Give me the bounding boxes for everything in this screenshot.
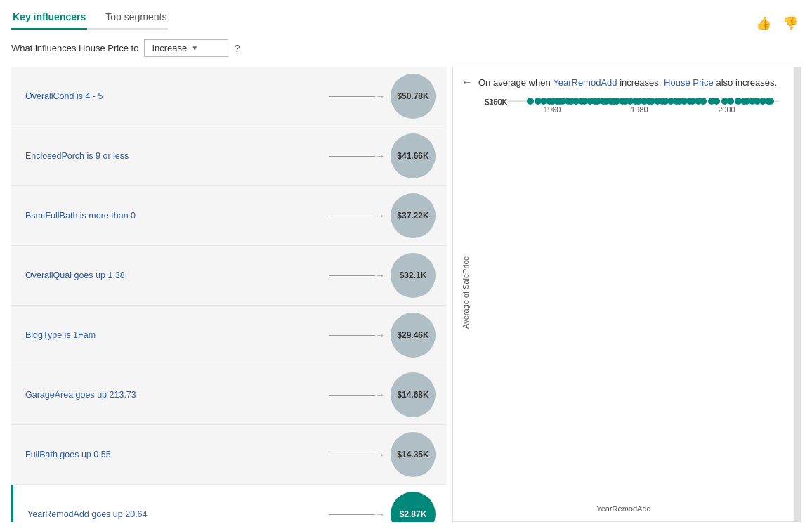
chart-title: On average when YearRemodAdd increases, … xyxy=(478,77,777,88)
arrow-line: → xyxy=(329,210,385,221)
arrowhead-icon: → xyxy=(375,150,385,162)
influencer-item-5[interactable]: BldgType is 1Fam → $29.46K xyxy=(11,306,447,365)
arrow-line: → xyxy=(329,91,385,102)
arrow-line: → xyxy=(329,509,385,520)
dropdown-value: Increase xyxy=(152,43,187,53)
influencer-item-6[interactable]: GarageArea goes up 213.73 → $14.68K xyxy=(11,365,447,425)
arrowhead-icon: → xyxy=(375,509,385,520)
arrowhead-icon: → xyxy=(375,449,385,460)
influencer-bubble: $50.78K xyxy=(391,74,436,119)
arrow-line: → xyxy=(329,270,385,281)
scrollbar[interactable] xyxy=(795,67,801,522)
influencer-label: YearRemodAdd goes up 20.64 xyxy=(27,509,323,519)
influencer-item-8[interactable]: YearRemodAdd goes up 20.64 → $2.87K xyxy=(11,485,447,522)
arrowhead-icon: → xyxy=(375,329,385,341)
arrow-line: → xyxy=(329,449,385,460)
influencer-bubble: $29.46K xyxy=(391,313,436,358)
back-arrow-icon[interactable]: ← xyxy=(461,76,473,89)
tab-icons: 👍 👎 xyxy=(753,14,801,32)
scatter-area: Average of SalePrice $300K$250K$200K$150… xyxy=(461,94,786,490)
arrow-line: → xyxy=(329,150,385,162)
arrowhead-icon: → xyxy=(375,210,385,221)
arrowhead-icon: → xyxy=(375,389,385,400)
influencer-bubble: $14.68K xyxy=(391,372,436,417)
thumbs-down-button[interactable]: 👎 xyxy=(780,14,801,32)
chart-header: ← On average when YearRemodAdd increases… xyxy=(461,76,786,89)
influencer-item-2[interactable]: EnclosedPorch is 9 or less → $41.66K xyxy=(11,126,447,186)
influencer-bubble: $32.1K xyxy=(391,253,436,298)
influencer-bubble: $14.35K xyxy=(391,432,436,477)
influencer-list: OverallCond is 4 - 5 → $50.78K EnclosedP… xyxy=(11,67,447,522)
arrowhead-icon: → xyxy=(375,91,385,102)
left-panel: OverallCond is 4 - 5 → $50.78K EnclosedP… xyxy=(11,67,447,522)
help-button[interactable]: ? xyxy=(234,42,240,54)
arrow-line: → xyxy=(329,389,385,400)
influencer-bubble: $37.22K xyxy=(391,193,436,238)
increase-dropdown[interactable]: Increase ▼ xyxy=(144,39,228,57)
influencer-label: GarageArea goes up 213.73 xyxy=(25,390,323,400)
y-axis-label: Average of SalePrice xyxy=(461,94,470,490)
influencer-label: FullBath goes up 0.55 xyxy=(25,450,323,459)
influencer-item-4[interactable]: OverallQual goes up 1.38 → $32.1K xyxy=(11,246,447,306)
dropdown-arrow-icon: ▼ xyxy=(191,44,198,52)
thumbs-up-button[interactable]: 👍 xyxy=(753,14,774,32)
influencer-bubble: $41.66K xyxy=(391,133,436,178)
arrow-line: → xyxy=(329,329,385,341)
tab-bar: Key influencers Top segments xyxy=(11,7,168,30)
tab-top-segments[interactable]: Top segments xyxy=(104,7,168,28)
influencer-item-1[interactable]: OverallCond is 4 - 5 → $50.78K xyxy=(11,67,447,126)
tab-key-influencers[interactable]: Key influencers xyxy=(11,7,87,30)
x-axis-label: YearRemodAdd xyxy=(461,504,786,513)
influencer-item-3[interactable]: BsmtFullBath is more than 0 → $37.22K xyxy=(11,186,447,246)
question-label: What influences House Price to xyxy=(11,43,138,53)
content-area: OverallCond is 4 - 5 → $50.78K EnclosedP… xyxy=(11,67,801,522)
influencer-label: EnclosedPorch is 9 or less xyxy=(25,151,323,161)
y-tick-label: $100K xyxy=(479,98,507,106)
influencer-bubble: $2.87K xyxy=(391,492,436,522)
influencer-label: OverallQual goes up 1.38 xyxy=(25,270,323,280)
influencer-label: BsmtFullBath is more than 0 xyxy=(25,211,323,221)
controls-row: What influences House Price to Increase … xyxy=(11,39,801,57)
right-panel: ← On average when YearRemodAdd increases… xyxy=(452,67,795,522)
influencer-item-7[interactable]: FullBath goes up 0.55 → $14.35K xyxy=(11,425,447,485)
influencer-label: BldgType is 1Fam xyxy=(25,330,323,340)
influencer-label: OverallCond is 4 - 5 xyxy=(25,91,323,101)
arrowhead-icon: → xyxy=(375,270,385,281)
